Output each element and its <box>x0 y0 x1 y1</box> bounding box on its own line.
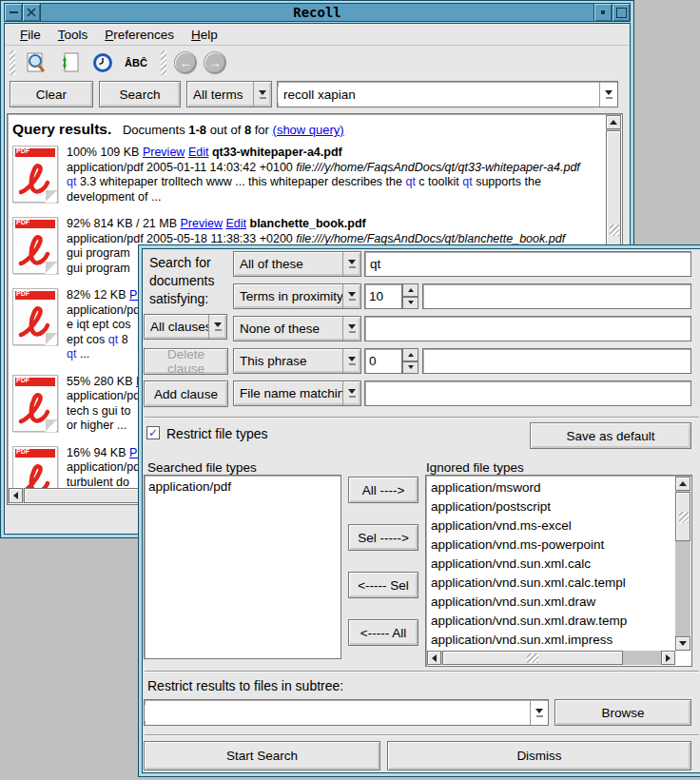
maximize-button[interactable] <box>612 4 630 21</box>
list-item[interactable]: application/vnd.sun.xml.calc.templ <box>427 574 675 593</box>
clause-value-1[interactable] <box>364 251 691 277</box>
ignored-hscrollbar[interactable] <box>427 651 675 665</box>
scroll-left-button[interactable] <box>9 488 23 503</box>
query-combo[interactable] <box>277 81 618 107</box>
result-text: gui program <box>67 262 130 275</box>
move-all-right-button[interactable]: All ----> <box>348 477 418 503</box>
term-explorer-abc-icon[interactable]: ÂBĈ <box>124 50 148 75</box>
result-link[interactable]: Edit <box>188 146 209 159</box>
result-link[interactable]: Edit <box>225 217 246 230</box>
list-item[interactable]: application/msword <box>427 478 675 497</box>
delete-clause-button[interactable]: Delete clause <box>144 348 228 375</box>
show-query-link[interactable]: (show query) <box>273 123 344 137</box>
page-fold <box>46 333 58 345</box>
dismiss-button[interactable]: Dismiss <box>387 741 691 770</box>
spin-down-icon[interactable] <box>402 297 418 310</box>
query-input[interactable] <box>278 87 599 103</box>
spin-down-icon[interactable] <box>402 361 418 375</box>
ignored-vscrollbar[interactable] <box>675 477 690 651</box>
clause-type-combo-1[interactable]: All of these <box>233 251 361 277</box>
result-text: application/pdf 2005-01-11 14:03:42 +010… <box>67 161 296 174</box>
result-link[interactable]: Preview <box>143 146 185 159</box>
result-text: 92% 814 KB / 21 MB <box>67 217 181 230</box>
save-as-default-button[interactable]: Save as default <box>530 422 691 449</box>
result-link[interactable]: Preview <box>181 217 223 230</box>
result-text: application/pdf <box>67 303 144 317</box>
result-text: e iqt ept cos <box>67 318 130 331</box>
conjunct-combo[interactable]: All clauses <box>144 314 227 340</box>
phrase-slack-value[interactable] <box>364 348 402 374</box>
clause-type-combo-2[interactable]: Terms in proximity <box>233 283 361 309</box>
advanced-search-icon[interactable] <box>24 50 49 75</box>
restrict-filetypes-label[interactable]: Restrict file types <box>166 426 268 441</box>
clause-value-4[interactable] <box>422 348 691 374</box>
iconify-button[interactable] <box>593 4 612 21</box>
spin-up-icon[interactable] <box>402 348 418 361</box>
menu-file[interactable]: File <box>12 26 49 44</box>
close-button[interactable] <box>23 4 41 21</box>
subtree-combo[interactable] <box>144 699 549 726</box>
back-icon[interactable]: ← <box>175 52 196 73</box>
scroll-slider[interactable] <box>442 651 623 665</box>
sort-params-icon[interactable] <box>57 50 82 75</box>
result-text: 8 <box>118 333 127 346</box>
main-titlebar[interactable]: Recoll <box>4 3 631 22</box>
list-item[interactable]: application/vnd.sun.xml.draw <box>427 593 675 612</box>
result-text: qt <box>405 175 415 188</box>
proximity-value[interactable] <box>364 283 402 309</box>
proximity-spinner[interactable] <box>364 283 418 309</box>
search-mode-combo[interactable]: All terms <box>186 81 272 107</box>
start-search-button[interactable]: Start Search <box>144 741 380 770</box>
clause-type-combo-5[interactable]: File name matching <box>233 380 361 406</box>
searched-filetypes-list[interactable]: application/pdf <box>144 475 341 659</box>
clause-value-2[interactable] <box>422 283 691 309</box>
spin-up-icon[interactable] <box>402 283 418 297</box>
subtree-label: Restrict results to files in subtree: <box>147 678 343 693</box>
browse-button[interactable]: Browse <box>554 699 691 726</box>
move-all-left-button[interactable]: <----- All <box>348 619 418 646</box>
list-item[interactable]: application/vnd.sun.xml.impress <box>427 631 675 650</box>
search-button[interactable]: Search <box>99 81 181 107</box>
chevron-down-icon <box>530 700 548 725</box>
toolbar: ÂBĈ ← → <box>5 46 630 80</box>
menu-tools[interactable]: Tools <box>50 26 96 44</box>
ignored-filetypes-list[interactable]: application/mswordapplication/postscript… <box>425 475 692 667</box>
move-sel-left-button[interactable]: <----- Sel <box>348 572 418 598</box>
list-item[interactable]: application/vnd.sun.xml.draw.temp <box>427 612 675 631</box>
subtree-input[interactable] <box>145 705 530 721</box>
menu-preferences[interactable]: Preferences <box>97 26 182 44</box>
pdf-banner: PDF <box>15 148 55 157</box>
result-text: application/pdf <box>67 389 144 402</box>
restrict-filetypes-checkbox[interactable]: ✓ <box>146 426 160 439</box>
chevron-down-icon <box>342 284 360 308</box>
list-item[interactable]: application/vnd.ms-powerpoint <box>427 536 675 555</box>
scroll-left-button[interactable] <box>427 651 441 665</box>
window-menu-button[interactable] <box>5 4 23 21</box>
phrase-slack-spinner[interactable] <box>364 348 418 374</box>
menu-help[interactable]: Help <box>184 26 225 44</box>
forward-icon[interactable]: → <box>204 52 225 73</box>
scroll-up-button[interactable] <box>606 115 621 129</box>
chevron-down-icon <box>342 252 360 276</box>
clause-type-combo-4[interactable]: This phrase <box>233 348 361 374</box>
list-item[interactable]: application/vnd.ms-excel <box>427 517 675 536</box>
clear-button[interactable]: Clear <box>10 81 93 107</box>
scroll-up-button[interactable] <box>675 477 690 491</box>
scroll-down-button[interactable] <box>675 636 690 651</box>
move-sel-right-button[interactable]: Sel -----> <box>348 524 418 551</box>
scroll-right-button[interactable] <box>661 651 675 665</box>
clause-type-combo-3[interactable]: None of these <box>233 316 361 341</box>
satisfy-label: Search for documents satisfying: <box>149 254 231 308</box>
chevron-down-icon <box>253 82 271 107</box>
list-item[interactable]: application/pdf <box>145 478 340 497</box>
clause-value-5[interactable] <box>364 380 691 406</box>
history-clock-icon[interactable] <box>90 50 115 75</box>
separator <box>145 734 699 736</box>
clause-value-3[interactable] <box>364 316 691 341</box>
list-item[interactable]: application/postscript <box>427 497 675 517</box>
list-item[interactable]: application/vnd.sun.xml.calc <box>427 555 675 574</box>
results-header: Query results. Documents 1-8 out of 8 fo… <box>12 121 606 138</box>
add-clause-button[interactable]: Add clause <box>144 380 228 407</box>
toolbar-handle[interactable] <box>10 50 15 75</box>
scroll-slider[interactable] <box>675 492 690 541</box>
